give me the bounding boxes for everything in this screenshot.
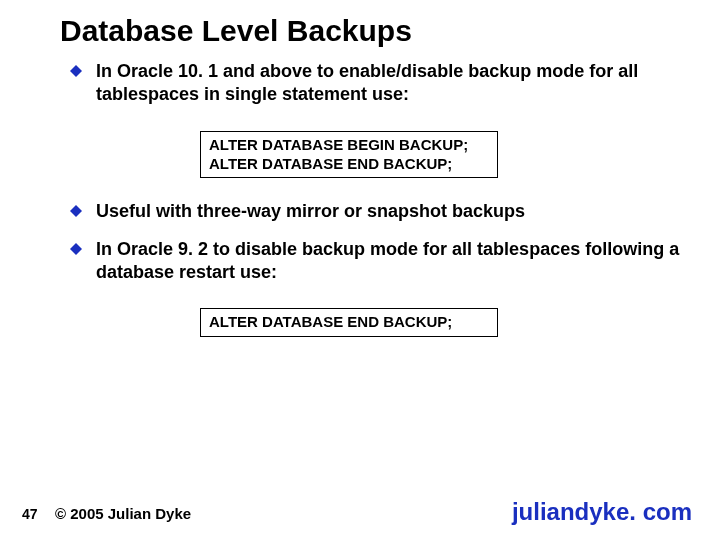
bullet-item: Useful with three-way mirror or snapshot… [70, 200, 680, 223]
slide-body: In Oracle 10. 1 and above to enable/disa… [70, 60, 680, 359]
slide: Database Level Backups In Oracle 10. 1 a… [0, 0, 720, 540]
diamond-bullet-icon [70, 205, 82, 217]
diamond-bullet-icon [70, 243, 82, 255]
footer: 47 © 2005 Julian Dyke juliandyke. com [0, 498, 720, 522]
bullet-item: In Oracle 10. 1 and above to enable/disa… [70, 60, 680, 107]
slide-title: Database Level Backups [60, 14, 412, 48]
bullet-text: Useful with three-way mirror or snapshot… [96, 200, 525, 223]
page-number: 47 [22, 506, 38, 522]
code-box: ALTER DATABASE BEGIN BACKUP; ALTER DATAB… [200, 131, 498, 179]
site-url: juliandyke. com [512, 498, 692, 526]
bullet-item: In Oracle 9. 2 to disable backup mode fo… [70, 238, 680, 285]
svg-marker-2 [70, 243, 82, 255]
code-box: ALTER DATABASE END BACKUP; [200, 308, 498, 337]
bullet-text: In Oracle 10. 1 and above to enable/disa… [96, 60, 680, 107]
copyright: © 2005 Julian Dyke [55, 505, 191, 522]
svg-marker-1 [70, 205, 82, 217]
diamond-bullet-icon [70, 65, 82, 77]
bullet-text: In Oracle 9. 2 to disable backup mode fo… [96, 238, 680, 285]
svg-marker-0 [70, 65, 82, 77]
